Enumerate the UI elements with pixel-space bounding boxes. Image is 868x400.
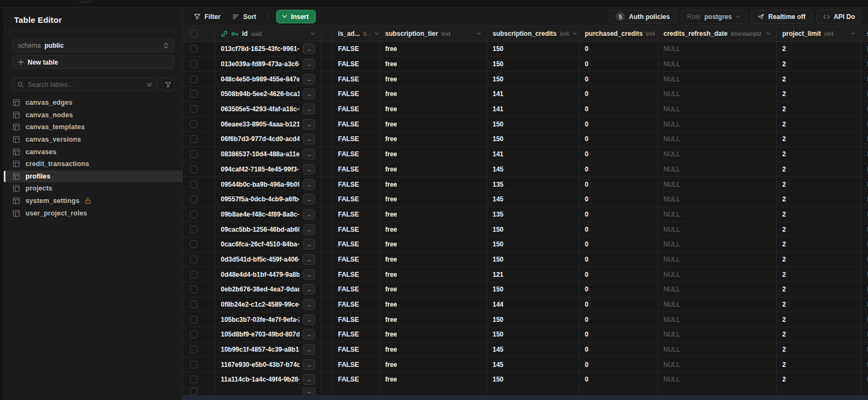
table-row[interactable]: 1167e930-e5b0-43b7-b74c-788c9...→oFALSEf… (183, 357, 868, 372)
row-checkbox[interactable] (190, 301, 197, 308)
cell-subscription-credits[interactable]: 135 (493, 181, 503, 188)
sidebar-item-profiles[interactable]: profiles (4, 170, 182, 183)
column-header-project_limit[interactable]: project_limitint4 (777, 26, 861, 41)
cell-credits-refresh-date[interactable]: NULL (663, 105, 680, 113)
cell-id[interactable]: 0d48e4d4-b1bf-4479-9a8b-4a4b... (221, 271, 299, 278)
cell-subscription-credits[interactable]: 144 (493, 301, 503, 308)
expand-row-button[interactable]: → (303, 224, 315, 235)
row-checkbox[interactable] (190, 376, 197, 383)
cell-project-limit[interactable]: 2 (782, 376, 786, 383)
cell-is-admin[interactable]: FALSE (338, 150, 359, 158)
sidebar-item-projects[interactable]: projects (4, 182, 182, 195)
cell-purchased-credits[interactable]: 0 (585, 361, 589, 369)
cell-subscription-credits[interactable]: 141 (493, 150, 503, 158)
cell-credits-refresh-date[interactable]: NULL (663, 211, 680, 218)
cell-project-limit[interactable]: 2 (782, 135, 786, 143)
row-checkbox[interactable] (190, 226, 197, 233)
cell-subscription-tier[interactable]: free (385, 166, 397, 173)
cell-subscription-tier[interactable]: free (385, 240, 397, 248)
table-row[interactable]: 08386537-10d4-488a-a11e-eb5a6...→oFALSEf… (183, 147, 868, 162)
cell-id[interactable]: 0eb2b676-38ed-4ea7-9dad-38e6... (221, 285, 299, 293)
table-row[interactable]: 0f8b24e2-c1c2-4589-99ce-2c52d...→oFALSEf… (183, 297, 868, 313)
cell-purchased-credits[interactable]: 0 (585, 316, 589, 323)
table-row[interactable]: 063505e5-4293-4faf-a18c-0e65b...→xFALSEf… (183, 102, 868, 117)
cell-credits-refresh-date[interactable]: NULL (663, 166, 680, 173)
table-row[interactable]: 09b8ae4e-f48c-4f89-8a8c-1629b...→xFALSEf… (183, 207, 868, 223)
cell-project-limit[interactable]: 2 (782, 226, 786, 233)
insert-button[interactable]: Insert (276, 10, 316, 23)
select-all-checkbox[interactable] (190, 30, 197, 37)
table-row[interactable]: 0cac6fca-26cf-4510-84ba-c4580...→-cFALSE… (183, 237, 868, 252)
cell-credits-refresh-date[interactable]: NULL (663, 346, 680, 353)
cell-purchased-credits[interactable]: 0 (585, 105, 589, 113)
row-checkbox[interactable] (190, 135, 197, 143)
cell-project-limit[interactable]: 2 (782, 181, 786, 188)
cell-id[interactable]: 063505e5-4293-4faf-a18c-0e65b... (221, 105, 299, 113)
cell-subscription-credits[interactable]: 150 (493, 240, 503, 248)
chevron-down-icon[interactable] (851, 32, 856, 35)
cell-is-admin[interactable]: FALSE (338, 211, 359, 218)
cell-subscription-credits[interactable]: 150 (493, 376, 503, 383)
cell-purchased-credits[interactable]: 0 (585, 135, 589, 143)
new-table-button[interactable]: New table (12, 55, 175, 69)
cell-project-limit[interactable]: 2 (782, 271, 786, 278)
row-checkbox[interactable] (190, 331, 197, 338)
cell-project-limit[interactable]: 2 (782, 331, 786, 338)
chevron-down-icon[interactable] (374, 32, 379, 35)
cell-subscription-tier[interactable]: free (385, 226, 397, 233)
column-header-select[interactable] (183, 26, 215, 41)
chevron-down-icon[interactable] (572, 32, 577, 35)
cell-subscription-tier[interactable]: free (385, 361, 397, 369)
chevron-down-icon[interactable] (476, 32, 481, 35)
table-row[interactable]: 013cf78d-1625-43fc-9961-442189...→oFALSE… (183, 42, 868, 57)
cell-purchased-credits[interactable]: 0 (585, 226, 589, 233)
expand-row-button[interactable]: → (303, 388, 315, 395)
sidebar-item-canvas_edges[interactable]: canvas_edges (4, 97, 182, 109)
row-checkbox[interactable] (190, 90, 197, 98)
expand-row-button[interactable]: → (303, 88, 315, 99)
cell-id[interactable]: 0d3d541d-bf5c-459f-a406-16b93... (221, 256, 299, 263)
cell-is-admin[interactable]: FALSE (338, 90, 359, 98)
cell-id[interactable]: 0cac6fca-26cf-4510-84ba-c4580... (221, 240, 299, 248)
cell-is-admin[interactable]: FALSE (338, 271, 359, 278)
cell-id[interactable]: 0508b94b-5ee2-4626-bca1-4bca... (221, 90, 299, 98)
expand-row-button[interactable]: → (303, 269, 315, 280)
cell-is-admin[interactable]: FALSE (338, 181, 359, 188)
sidebar-item-canvas_templates[interactable]: canvas_templates (4, 121, 182, 134)
cell-project-limit[interactable]: 2 (782, 75, 786, 83)
cell-subscription-tier[interactable]: free (385, 376, 397, 383)
cell-is-admin[interactable]: FALSE (338, 240, 359, 248)
cell-purchased-credits[interactable]: 0 (585, 285, 589, 293)
realtime-toggle-button[interactable]: Realtime off (751, 10, 812, 24)
table-row[interactable]: 0d3d541d-bf5c-459f-a406-16b93...→xFALSEf… (183, 252, 868, 268)
cell-subscription-tier[interactable]: free (385, 90, 397, 98)
cell-project-limit[interactable]: 2 (782, 120, 786, 128)
table-row[interactable]: 0d48e4d4-b1bf-4479-9a8b-4a4b...→xFALSEfr… (183, 267, 868, 282)
cell-subscription-tier[interactable]: free (385, 60, 397, 68)
cell-id[interactable]: 1167e930-e5b0-43b7-b74c-788c9... (221, 361, 299, 369)
cell-project-limit[interactable]: 2 (782, 90, 786, 98)
cell-purchased-credits[interactable]: 0 (585, 240, 589, 248)
cell-is-admin[interactable]: FALSE (338, 166, 359, 173)
row-checkbox[interactable] (190, 271, 197, 278)
cell-is-admin[interactable]: FALSE (338, 331, 359, 338)
column-header-subscription_tier[interactable]: subscription_tiertext (380, 26, 487, 41)
cell-purchased-credits[interactable]: 0 (585, 45, 589, 53)
cell-is-admin[interactable]: FALSE (338, 316, 359, 323)
cell-credits-refresh-date[interactable]: NULL (663, 376, 680, 383)
expand-row-button[interactable]: → (303, 344, 315, 355)
row-checkbox[interactable] (190, 388, 197, 395)
cell-is-admin[interactable]: FALSE (338, 361, 359, 369)
expand-row-button[interactable]: → (303, 104, 315, 115)
cell-subscription-tier[interactable]: free (385, 346, 397, 353)
cell-project-limit[interactable]: 2 (782, 150, 786, 158)
sidebar-item-credit_transactions[interactable]: credit_transactions (4, 158, 182, 170)
expand-row-button[interactable]: → (303, 374, 315, 385)
cell-id[interactable]: 0f8b24e2-c1c2-4589-99ce-2c52d... (221, 301, 299, 308)
cell-purchased-credits[interactable]: 0 (585, 120, 589, 128)
cell-purchased-credits[interactable]: 0 (585, 195, 589, 203)
row-checkbox[interactable] (190, 240, 197, 248)
cell-purchased-credits[interactable]: 0 (585, 150, 589, 158)
cell-credits-refresh-date[interactable]: NULL (663, 120, 680, 128)
cell-project-limit[interactable]: 2 (782, 256, 786, 263)
